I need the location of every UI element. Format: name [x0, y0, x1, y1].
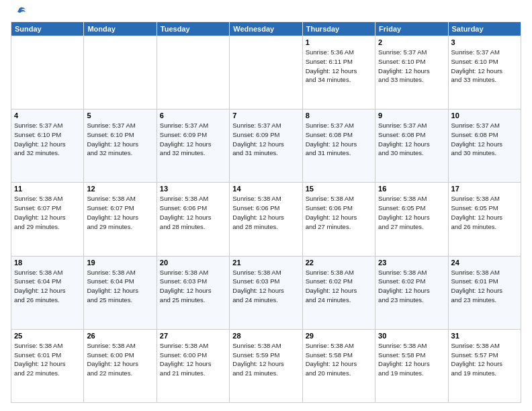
calendar-cell: [11, 36, 84, 109]
calendar-week-5: 25Sunrise: 5:38 AM Sunset: 6:01 PM Dayli…: [11, 329, 521, 402]
day-number: 30: [378, 332, 445, 340]
weekday-header-sunday: Sunday: [11, 22, 84, 36]
calendar-cell: 20Sunrise: 5:38 AM Sunset: 6:03 PM Dayli…: [157, 256, 229, 329]
calendar-cell: 18Sunrise: 5:38 AM Sunset: 6:04 PM Dayli…: [11, 256, 84, 329]
calendar-cell: 19Sunrise: 5:38 AM Sunset: 6:04 PM Dayli…: [84, 256, 157, 329]
calendar-cell: 5Sunrise: 5:37 AM Sunset: 6:10 PM Daylig…: [84, 109, 157, 183]
day-info: Sunrise: 5:38 AM Sunset: 6:05 PM Dayligh…: [451, 194, 518, 231]
day-info: Sunrise: 5:37 AM Sunset: 6:10 PM Dayligh…: [451, 48, 518, 85]
day-number: 6: [160, 111, 226, 120]
day-info: Sunrise: 5:38 AM Sunset: 6:07 PM Dayligh…: [14, 194, 81, 231]
calendar-cell: 1Sunrise: 5:36 AM Sunset: 6:11 PM Daylig…: [302, 36, 375, 109]
day-info: Sunrise: 5:37 AM Sunset: 6:09 PM Dayligh…: [160, 121, 226, 158]
day-number: 12: [87, 185, 153, 193]
calendar-cell: [157, 36, 229, 109]
day-number: 29: [306, 332, 372, 340]
page: SundayMondayTuesdayWednesdayThursdayFrid…: [0, 0, 532, 411]
day-number: 7: [232, 111, 299, 120]
calendar-cell: 23Sunrise: 5:38 AM Sunset: 6:02 PM Dayli…: [375, 256, 448, 329]
weekday-header-monday: Monday: [84, 22, 157, 36]
calendar-cell: 9Sunrise: 5:37 AM Sunset: 6:08 PM Daylig…: [375, 109, 448, 183]
day-number: 20: [160, 259, 226, 267]
calendar-cell: 17Sunrise: 5:38 AM Sunset: 6:05 PM Dayli…: [448, 183, 521, 256]
calendar-cell: 31Sunrise: 5:38 AM Sunset: 5:57 PM Dayli…: [448, 329, 521, 402]
day-number: 17: [451, 185, 518, 193]
day-number: 2: [378, 38, 445, 46]
calendar-cell: [230, 36, 302, 109]
day-info: Sunrise: 5:38 AM Sunset: 6:04 PM Dayligh…: [87, 268, 153, 305]
day-info: Sunrise: 5:38 AM Sunset: 6:01 PM Dayligh…: [14, 341, 81, 378]
calendar-cell: 16Sunrise: 5:38 AM Sunset: 6:05 PM Dayli…: [375, 183, 448, 256]
day-number: 5: [87, 111, 153, 120]
calendar-week-3: 11Sunrise: 5:38 AM Sunset: 6:07 PM Dayli…: [11, 183, 521, 256]
calendar-cell: 26Sunrise: 5:38 AM Sunset: 6:00 PM Dayli…: [84, 329, 157, 402]
day-info: Sunrise: 5:37 AM Sunset: 6:08 PM Dayligh…: [378, 121, 445, 158]
calendar-cell: 27Sunrise: 5:38 AM Sunset: 6:00 PM Dayli…: [157, 329, 229, 402]
day-number: 31: [451, 332, 518, 340]
day-number: 9: [378, 111, 445, 120]
day-number: 24: [451, 259, 518, 267]
calendar-cell: [84, 36, 157, 109]
day-info: Sunrise: 5:38 AM Sunset: 6:00 PM Dayligh…: [87, 341, 153, 378]
day-number: 3: [451, 38, 518, 46]
day-number: 15: [306, 185, 372, 193]
calendar-cell: 4Sunrise: 5:37 AM Sunset: 6:10 PM Daylig…: [11, 109, 84, 183]
day-number: 19: [87, 259, 153, 267]
day-number: 27: [160, 332, 226, 340]
calendar-cell: 29Sunrise: 5:38 AM Sunset: 5:58 PM Dayli…: [302, 329, 375, 402]
weekday-header-thursday: Thursday: [302, 22, 375, 36]
day-info: Sunrise: 5:37 AM Sunset: 6:10 PM Dayligh…: [87, 121, 153, 158]
day-number: 22: [306, 259, 372, 267]
calendar-cell: 7Sunrise: 5:37 AM Sunset: 6:09 PM Daylig…: [230, 109, 302, 183]
day-info: Sunrise: 5:38 AM Sunset: 6:01 PM Dayligh…: [451, 268, 518, 305]
day-info: Sunrise: 5:37 AM Sunset: 6:08 PM Dayligh…: [451, 121, 518, 158]
day-number: 4: [14, 111, 81, 120]
day-info: Sunrise: 5:38 AM Sunset: 6:06 PM Dayligh…: [306, 194, 372, 231]
calendar-week-2: 4Sunrise: 5:37 AM Sunset: 6:10 PM Daylig…: [11, 109, 521, 183]
weekday-header-tuesday: Tuesday: [157, 22, 229, 36]
day-info: Sunrise: 5:38 AM Sunset: 6:07 PM Dayligh…: [87, 194, 153, 231]
calendar-cell: 21Sunrise: 5:38 AM Sunset: 6:03 PM Dayli…: [230, 256, 302, 329]
day-info: Sunrise: 5:38 AM Sunset: 6:02 PM Dayligh…: [306, 268, 372, 305]
logo-bird-icon: [12, 5, 27, 20]
day-info: Sunrise: 5:38 AM Sunset: 5:58 PM Dayligh…: [378, 341, 445, 378]
calendar: SundayMondayTuesdayWednesdayThursdayFrid…: [11, 21, 521, 403]
day-info: Sunrise: 5:36 AM Sunset: 6:11 PM Dayligh…: [306, 48, 372, 85]
calendar-cell: 6Sunrise: 5:37 AM Sunset: 6:09 PM Daylig…: [157, 109, 229, 183]
calendar-cell: 25Sunrise: 5:38 AM Sunset: 6:01 PM Dayli…: [11, 329, 84, 402]
calendar-cell: 14Sunrise: 5:38 AM Sunset: 6:06 PM Dayli…: [230, 183, 302, 256]
day-info: Sunrise: 5:38 AM Sunset: 6:05 PM Dayligh…: [378, 194, 445, 231]
day-info: Sunrise: 5:38 AM Sunset: 5:59 PM Dayligh…: [232, 341, 299, 378]
day-number: 8: [306, 111, 372, 120]
calendar-cell: 30Sunrise: 5:38 AM Sunset: 5:58 PM Dayli…: [375, 329, 448, 402]
day-info: Sunrise: 5:38 AM Sunset: 5:58 PM Dayligh…: [306, 341, 372, 378]
day-info: Sunrise: 5:37 AM Sunset: 6:08 PM Dayligh…: [306, 121, 372, 158]
calendar-cell: 15Sunrise: 5:38 AM Sunset: 6:06 PM Dayli…: [302, 183, 375, 256]
day-info: Sunrise: 5:38 AM Sunset: 6:02 PM Dayligh…: [378, 268, 445, 305]
weekday-header-wednesday: Wednesday: [230, 22, 302, 36]
calendar-week-4: 18Sunrise: 5:38 AM Sunset: 6:04 PM Dayli…: [11, 256, 521, 329]
calendar-cell: 3Sunrise: 5:37 AM Sunset: 6:10 PM Daylig…: [448, 36, 521, 109]
day-number: 21: [232, 259, 299, 267]
day-number: 11: [14, 185, 81, 193]
weekday-header-friday: Friday: [375, 22, 448, 36]
day-number: 28: [232, 332, 299, 340]
day-info: Sunrise: 5:37 AM Sunset: 6:09 PM Dayligh…: [232, 121, 299, 158]
day-info: Sunrise: 5:37 AM Sunset: 6:10 PM Dayligh…: [378, 48, 445, 85]
day-info: Sunrise: 5:38 AM Sunset: 6:06 PM Dayligh…: [232, 194, 299, 231]
day-info: Sunrise: 5:38 AM Sunset: 6:00 PM Dayligh…: [160, 341, 226, 378]
calendar-cell: 2Sunrise: 5:37 AM Sunset: 6:10 PM Daylig…: [375, 36, 448, 109]
calendar-cell: 24Sunrise: 5:38 AM Sunset: 6:01 PM Dayli…: [448, 256, 521, 329]
day-number: 13: [160, 185, 226, 193]
day-number: 14: [232, 185, 299, 193]
calendar-cell: 11Sunrise: 5:38 AM Sunset: 6:07 PM Dayli…: [11, 183, 84, 256]
day-number: 23: [378, 259, 445, 267]
calendar-cell: 28Sunrise: 5:38 AM Sunset: 5:59 PM Dayli…: [230, 329, 302, 402]
calendar-header-row: SundayMondayTuesdayWednesdayThursdayFrid…: [11, 22, 521, 36]
calendar-cell: 10Sunrise: 5:37 AM Sunset: 6:08 PM Dayli…: [448, 109, 521, 183]
day-number: 18: [14, 259, 81, 267]
day-info: Sunrise: 5:38 AM Sunset: 6:03 PM Dayligh…: [160, 268, 226, 305]
weekday-header-saturday: Saturday: [448, 22, 521, 36]
day-info: Sunrise: 5:37 AM Sunset: 6:10 PM Dayligh…: [14, 121, 81, 158]
calendar-cell: 22Sunrise: 5:38 AM Sunset: 6:02 PM Dayli…: [302, 256, 375, 329]
